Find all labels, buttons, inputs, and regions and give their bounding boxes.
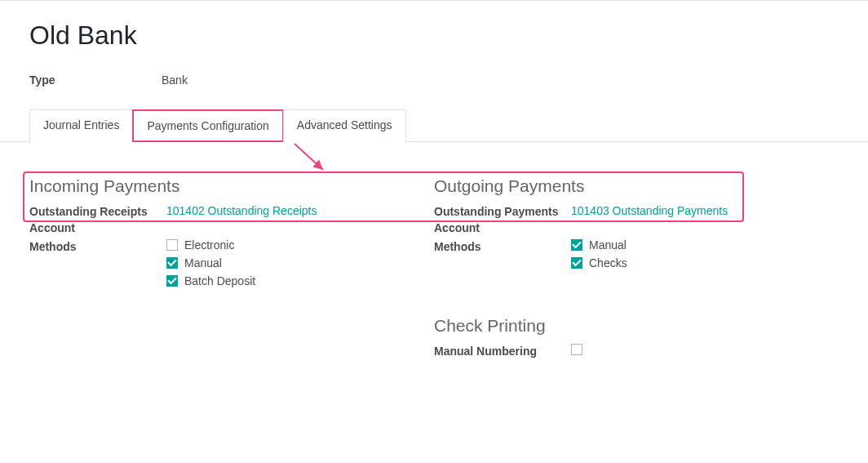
outstanding-receipts-link[interactable]: 101402 Outstanding Receipts [166, 204, 317, 217]
incoming-method-electronic-checkbox[interactable] [166, 239, 178, 251]
incoming-method-batch-deposit-label: Batch Deposit [184, 275, 255, 287]
incoming-payments-section: Incoming Payments Outstanding Receipts A… [29, 176, 434, 363]
page-title: Old Bank [29, 20, 839, 51]
incoming-methods-label: Methods [29, 239, 166, 256]
incoming-method-electronic-label: Electronic [184, 239, 234, 251]
incoming-method-manual-checkbox[interactable] [166, 257, 178, 269]
incoming-method-manual-label: Manual [184, 257, 222, 269]
incoming-method-batch-deposit-checkbox[interactable] [166, 275, 178, 287]
manual-numbering-checkbox[interactable] [571, 344, 582, 355]
annotation-arrow-icon [290, 142, 339, 175]
outgoing-method-checks-label: Checks [589, 257, 627, 269]
tab-journal-entries[interactable]: Journal Entries [29, 109, 133, 142]
svg-line-0 [294, 144, 323, 170]
check-printing-section: Check Printing Manual Numbering [434, 316, 839, 360]
tab-payments-configuration[interactable]: Payments Configuration [132, 109, 283, 142]
tabs: Journal Entries Payments Configuration A… [29, 109, 839, 142]
type-field-row: Type Bank [29, 73, 839, 87]
outgoing-section-title: Outgoing Payments [434, 176, 839, 196]
outstanding-receipts-label: Outstanding Receipts Account [29, 204, 166, 236]
manual-numbering-label: Manual Numbering [434, 344, 571, 360]
outgoing-method-checks-checkbox[interactable] [571, 257, 582, 269]
outgoing-methods-label: Methods [434, 239, 571, 256]
tab-advanced-settings[interactable]: Advanced Settings [283, 109, 406, 142]
outstanding-payments-label: Outstanding Payments Account [434, 204, 571, 236]
type-value: Bank [162, 73, 188, 87]
type-label: Type [29, 73, 162, 87]
outstanding-payments-link[interactable]: 101403 Outstanding Payments [571, 204, 728, 217]
check-printing-title: Check Printing [434, 316, 839, 336]
incoming-section-title: Incoming Payments [29, 176, 434, 196]
outgoing-method-manual-label: Manual [589, 239, 627, 251]
outgoing-method-manual-checkbox[interactable] [571, 239, 582, 251]
outgoing-payments-section: Outgoing Payments Outstanding Payments A… [434, 176, 839, 363]
